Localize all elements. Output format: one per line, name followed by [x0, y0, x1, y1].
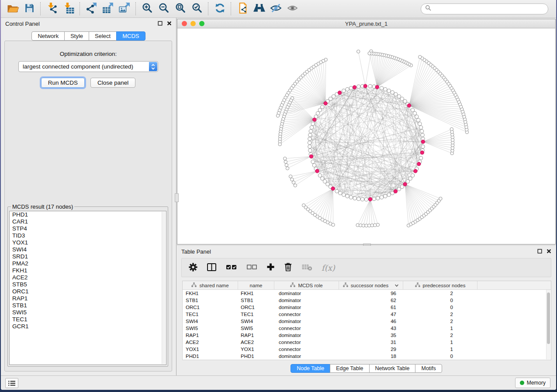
mcds-result-item[interactable]: TEC1	[10, 316, 166, 323]
close-panel-button[interactable]: Close panel	[90, 78, 135, 88]
mcds-result-item[interactable]: SWI4	[10, 246, 166, 253]
export-image-icon	[119, 2, 131, 15]
mcds-result-item[interactable]: ORC1	[10, 288, 166, 295]
window-maximize-icon[interactable]	[199, 21, 204, 26]
table-row[interactable]: STB1STB1dominator620	[183, 297, 551, 304]
export-network-button[interactable]	[83, 2, 100, 16]
table-row[interactable]: RAP1RAP1dominator352	[183, 332, 551, 339]
mcds-result-item[interactable]: STB5	[10, 281, 166, 288]
import-network-icon	[46, 2, 58, 15]
network-canvas[interactable]	[177, 28, 555, 244]
mcds-result-item[interactable]: ACE2	[10, 274, 166, 281]
table-cell: ORC1	[183, 304, 238, 311]
mcds-result-item[interactable]: SWI5	[10, 309, 166, 316]
table-cell: PHD1	[183, 353, 238, 360]
mcds-result-item[interactable]: SRD1	[10, 253, 166, 260]
window-close-icon[interactable]	[182, 21, 187, 26]
open-file-button[interactable]	[4, 2, 21, 16]
table-row[interactable]: YOX1YOX1connector291	[183, 346, 551, 353]
tab-motifs[interactable]: Motifs	[415, 364, 442, 373]
table-scrollbar-thumb[interactable]	[547, 292, 550, 344]
mcds-result-item[interactable]: TID3	[10, 232, 166, 239]
column-header-shared-name[interactable]: shared name	[183, 281, 238, 289]
tab-style[interactable]: Style	[64, 31, 89, 41]
column-header-name[interactable]: name	[238, 281, 274, 289]
tab-node-table[interactable]: Node Table	[291, 364, 330, 373]
run-mcds-button[interactable]: Run MCDS	[41, 78, 85, 88]
tab-network[interactable]: Network	[31, 31, 65, 41]
mcds-result-item[interactable]: CAR1	[10, 218, 166, 225]
table-cell: ACE2	[183, 339, 238, 346]
mcds-result-item[interactable]: FKH1	[10, 267, 166, 274]
mcds-result-item[interactable]: STP4	[10, 225, 166, 232]
column-header-filler	[477, 281, 551, 289]
tab-select[interactable]: Select	[89, 31, 117, 41]
automation-panel-button[interactable]	[5, 378, 18, 388]
column-header-successor-nodes[interactable]: successor nodes	[339, 281, 403, 289]
mcds-result-item[interactable]: RAP1	[10, 295, 166, 302]
tab-network-table[interactable]: Network Table	[369, 364, 416, 373]
refresh-button[interactable]	[211, 2, 228, 16]
table-cell: dominator	[274, 290, 339, 297]
binoculars-button[interactable]	[251, 2, 267, 16]
zoom-selected-button[interactable]	[189, 2, 205, 16]
table-cell-filler	[477, 297, 551, 304]
float-panel-icon[interactable]	[158, 21, 163, 27]
function-builder-button: f(x)	[322, 263, 335, 272]
table-row[interactable]: FKH1FKH1dominator962	[183, 290, 551, 297]
close-panel-icon[interactable]	[547, 248, 551, 255]
document-share-button[interactable]	[234, 2, 251, 16]
tab-edge-table[interactable]: Edge Table	[330, 364, 369, 373]
search-input[interactable]	[433, 5, 544, 13]
mcds-result-item[interactable]: STB1	[10, 302, 166, 309]
import-network-button[interactable]	[44, 2, 60, 16]
optimization-criterion-select[interactable]: largest connected component (undirected)	[18, 61, 158, 72]
table-scrollbar[interactable]	[546, 290, 550, 359]
table-row[interactable]: ACE2ACE2connector311	[183, 339, 551, 346]
column-header-predecessor-nodes[interactable]: predecessor nodes	[403, 281, 477, 289]
hide-graphics-details-button[interactable]	[267, 2, 284, 16]
add-column-button[interactable]	[266, 263, 275, 272]
table-row[interactable]: ORC1ORC1dominator610	[183, 304, 551, 311]
node-table: shared namenameMCDS rolesuccessor nodesp…	[182, 281, 551, 360]
memory-button[interactable]: Memory	[515, 378, 550, 388]
export-table-button[interactable]	[100, 2, 116, 16]
export-image-button[interactable]	[116, 2, 133, 16]
close-panel-icon[interactable]	[167, 21, 172, 27]
network-window-titlebar[interactable]: YPA_prune.txt_1	[177, 19, 555, 28]
mcds-list-scrollbar[interactable]	[162, 212, 166, 364]
table-row[interactable]: TEC1TEC1connector472	[183, 311, 551, 318]
zoom-in-button[interactable]	[139, 2, 156, 16]
export-table-icon	[102, 2, 114, 15]
float-panel-icon[interactable]	[537, 248, 542, 255]
vertical-splitter-handle[interactable]	[175, 193, 179, 202]
save-session-button[interactable]	[21, 2, 38, 16]
show-graphics-details-button[interactable]	[284, 2, 301, 16]
table-row[interactable]: SWI4SWI4dominator462	[183, 318, 551, 325]
mcds-result-item[interactable]: GCR1	[10, 323, 166, 330]
mcds-result-item[interactable]: YOX1	[10, 239, 166, 246]
table-cell: 29	[339, 346, 403, 353]
show-columns-button[interactable]	[207, 263, 217, 273]
table-cell: connector	[274, 325, 339, 332]
import-table-button[interactable]	[60, 2, 77, 16]
delete-column-button[interactable]	[284, 262, 292, 273]
deselect-all-button[interactable]	[246, 264, 257, 272]
mcds-result-item[interactable]: PMA2	[10, 260, 166, 267]
table-row[interactable]: PHD1PHD1dominator180	[183, 353, 551, 360]
table-cell: PHD1	[238, 353, 274, 360]
mcds-result-list[interactable]: PHD1CAR1STP4TID3YOX1SWI4SRD1PMA2FKH1ACE2…	[9, 211, 166, 365]
tab-mcds[interactable]: MCDS	[116, 31, 145, 41]
table-row[interactable]: SWI5SWI5connector431	[183, 325, 551, 332]
column-settings-button[interactable]	[189, 263, 197, 273]
select-all-button[interactable]	[226, 264, 237, 272]
search-box[interactable]	[421, 3, 548, 14]
table-cell: SWI4	[183, 318, 238, 325]
zoom-out-button[interactable]	[156, 2, 172, 16]
window-minimize-icon[interactable]	[190, 21, 196, 26]
save-session-icon	[24, 3, 35, 15]
table-cell: 0	[403, 297, 477, 304]
zoom-fit-button[interactable]	[172, 2, 189, 16]
mcds-result-item[interactable]: PHD1	[10, 211, 166, 218]
column-header-MCDS-role[interactable]: MCDS role	[274, 281, 339, 289]
